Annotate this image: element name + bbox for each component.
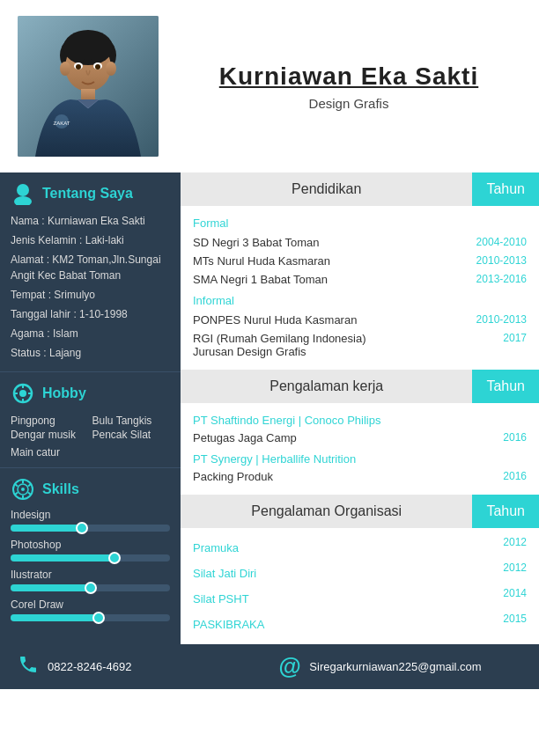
- svg-rect-12: [81, 89, 95, 101]
- work-year-1: 2016: [503, 470, 527, 482]
- org-year-label: Tahun: [472, 495, 539, 528]
- skill-2: Ilustrator: [0, 567, 181, 597]
- about-nama: Nama : Kurniawan Eka Sakti: [0, 211, 181, 231]
- edu-year-4: 2017: [503, 332, 527, 344]
- org-year-2: 2014: [503, 587, 527, 599]
- edu-year-2: 2013-2016: [476, 273, 527, 285]
- hobby-header: Hobby: [0, 372, 181, 411]
- work-row-0: Petugas Jaga Camp 2016: [193, 429, 527, 447]
- edu-year-0: 2004-2010: [476, 236, 527, 248]
- skill-fill-2: [11, 584, 91, 591]
- footer-phone: 0822-8246-4692: [18, 654, 261, 680]
- org-name-0: Pramuka: [193, 541, 239, 554]
- work-year-0: 2016: [503, 431, 527, 444]
- right-content: Pendidikan Tahun Formal SD Negri 3 Babat…: [181, 172, 539, 644]
- about-agama: Agama : Islam: [0, 324, 181, 343]
- skill-label-1: Photoshop: [11, 539, 170, 551]
- skill-1: Photoshop: [0, 537, 181, 567]
- header-name: Kurniawan Eka Sakti: [176, 62, 521, 91]
- skills-icon: [11, 477, 35, 502]
- skill-knob-3: [92, 612, 105, 624]
- hobby-4: Main catur: [0, 444, 181, 460]
- person-icon: [11, 181, 35, 206]
- svg-point-3: [60, 62, 70, 76]
- footer: 0822-8246-4692 @ Siregarkurniawan225@gma…: [0, 644, 539, 689]
- hobby-3: Pencak Silat: [92, 429, 171, 441]
- skill-0: Indesign: [0, 507, 181, 537]
- skill-label-3: Corel Draw: [11, 598, 170, 611]
- hobby-2: Dengar musik: [11, 429, 89, 441]
- edu-header: Pendidikan Tahun: [181, 172, 539, 206]
- work-body: PT Shaftindo Energi | Conoco Philips Pet…: [181, 403, 539, 495]
- about-title: Tentang Saya: [42, 186, 133, 202]
- email-address: Siregarkurniawan225@gmail.com: [309, 660, 481, 673]
- phone-icon: [18, 654, 39, 680]
- skill-fill-3: [11, 614, 99, 621]
- svg-point-18: [19, 390, 26, 397]
- org-row-2: Silat PSHT 2014: [193, 584, 527, 610]
- skills-header: Skills: [0, 468, 181, 507]
- skill-3: Corel Draw: [0, 597, 181, 627]
- work-company-1: PT Synergy | Herballife Nutrition: [193, 452, 527, 466]
- org-section: Pengalaman Organisasi Tahun Pramuka 2012…: [181, 495, 539, 644]
- work-row-1: Packing Produk 2016: [193, 467, 527, 486]
- skill-knob-2: [85, 582, 97, 594]
- svg-line-28: [28, 493, 31, 495]
- edu-row-2: SMA Negri 1 Babat Toman 2013-2016: [193, 270, 527, 289]
- org-body: Pramuka 2012 Silat Jati Diri 2012 Silat …: [181, 528, 539, 644]
- informal-label: Informal: [193, 294, 527, 307]
- phone-number: 0822-8246-4692: [48, 660, 131, 673]
- hobby-icon: [11, 381, 35, 406]
- edu-row-4: RGI (Rumah Gemilang Indonesia)Jurusan De…: [193, 329, 527, 361]
- org-name-1: Silat Jati Diri: [193, 567, 256, 580]
- skill-label-2: Ilustrator: [11, 569, 170, 581]
- svg-rect-6: [72, 58, 85, 61]
- work-year-label: Tahun: [472, 370, 539, 403]
- org-year-3: 2015: [503, 613, 527, 625]
- edu-name-4: RGI (Rumah Gemilang Indonesia)Jurusan De…: [193, 332, 496, 358]
- about-status: Status : Lajang: [0, 343, 181, 363]
- sidebar: Tentang Saya Nama : Kurniawan Eka Sakti …: [0, 172, 181, 644]
- main-layout: Tentang Saya Nama : Kurniawan Eka Sakti …: [0, 172, 539, 644]
- skill-knob-0: [76, 522, 88, 534]
- work-company-0: PT Shaftindo Energi | Conoco Philips: [193, 414, 527, 427]
- skill-track-1: [11, 554, 170, 561]
- edu-name-3: PONPES Nurul Huda Kasmaran: [193, 313, 469, 327]
- edu-name-1: MTs Nurul Huda Kasmaran: [193, 254, 469, 268]
- about-section: Tentang Saya Nama : Kurniawan Eka Sakti …: [0, 172, 181, 372]
- edu-year-1: 2010-2013: [476, 254, 527, 267]
- formal-label: Formal: [193, 217, 527, 230]
- edu-year-3: 2010-2013: [476, 313, 527, 326]
- org-name-3: PASKIBRAKA: [193, 618, 264, 631]
- work-header: Pengalaman kerja Tahun: [181, 370, 539, 403]
- skill-label-0: Indesign: [11, 509, 170, 521]
- svg-line-31: [15, 484, 18, 487]
- work-role-0: Petugas Jaga Camp: [193, 431, 496, 444]
- edu-name-2: SMA Negri 1 Babat Toman: [193, 273, 469, 286]
- svg-point-25: [21, 488, 25, 491]
- about-header: Tentang Saya: [0, 172, 181, 211]
- hobby-section: Hobby Pingpong Bulu Tangkis Dengar musik…: [0, 372, 181, 468]
- svg-point-11: [95, 64, 100, 70]
- skills-section: Skills Indesign Photoshop I: [0, 468, 181, 634]
- about-tgl: Tanggal lahir : 1-10-1998: [0, 305, 181, 324]
- edu-name-0: SD Negri 3 Babat Toman: [193, 236, 469, 249]
- svg-point-10: [76, 64, 81, 70]
- hobby-title: Hobby: [42, 385, 86, 401]
- svg-point-15: [17, 184, 29, 196]
- work-title: Pengalaman kerja: [181, 370, 472, 403]
- about-alamat: Alamat : KM2 Toman,Jln.Sungai Angit Kec …: [0, 250, 181, 285]
- org-year-0: 2012: [503, 536, 527, 548]
- edu-title: Pendidikan: [181, 172, 472, 206]
- edu-body: Formal SD Negri 3 Babat Toman 2004-2010 …: [181, 206, 539, 370]
- header: ZAKAT Kurniawan Eka Sakti Design Grafis: [0, 0, 539, 172]
- skill-fill-1: [11, 554, 114, 561]
- svg-point-5: [63, 30, 113, 65]
- hobby-items: Pingpong Bulu Tangkis Dengar musik Penca…: [0, 411, 181, 444]
- edu-row-3: PONPES Nurul Huda Kasmaran 2010-2013: [193, 311, 527, 329]
- work-section: Pengalaman kerja Tahun PT Shaftindo Ener…: [181, 370, 539, 495]
- org-name-2: Silat PSHT: [193, 592, 249, 606]
- header-title: Design Grafis: [176, 96, 521, 111]
- svg-text:ZAKAT: ZAKAT: [54, 121, 70, 126]
- skill-track-3: [11, 614, 170, 621]
